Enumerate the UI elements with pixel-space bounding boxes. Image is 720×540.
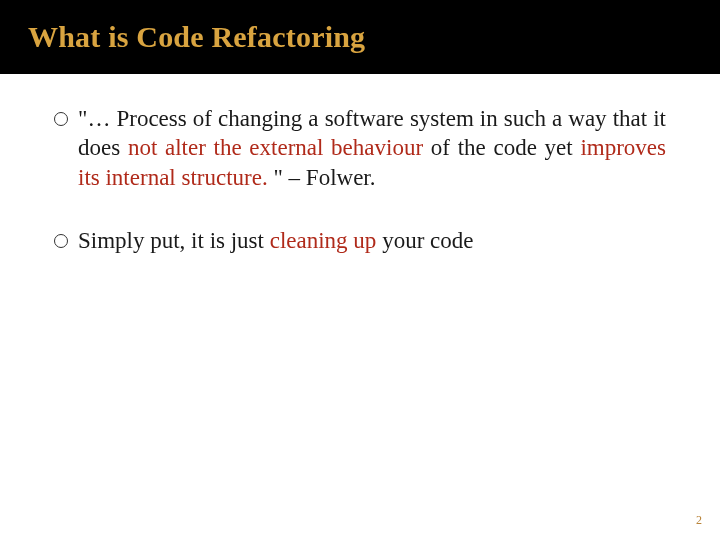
- bullet-text: "… Process of changing a software system…: [78, 104, 666, 192]
- text-run: " – Folwer.: [268, 165, 376, 190]
- text-run: Simply put, it is just: [78, 228, 270, 253]
- title-bar: What is Code Refactoring: [0, 0, 720, 74]
- bullet-item: Simply put, it is just cleaning up your …: [54, 226, 666, 255]
- bullet-icon: [54, 234, 68, 248]
- page-number: 2: [696, 513, 702, 528]
- highlight-text: not alter the external behaviour: [128, 135, 423, 160]
- slide-content: "… Process of changing a software system…: [0, 74, 720, 256]
- bullet-text: Simply put, it is just cleaning up your …: [78, 226, 666, 255]
- highlight-text: cleaning up: [270, 228, 377, 253]
- slide-title: What is Code Refactoring: [28, 20, 365, 54]
- text-run: of the code yet: [423, 135, 580, 160]
- slide: What is Code Refactoring "… Process of c…: [0, 0, 720, 540]
- bullet-item: "… Process of changing a software system…: [54, 104, 666, 192]
- text-run: your code: [376, 228, 473, 253]
- bullet-icon: [54, 112, 68, 126]
